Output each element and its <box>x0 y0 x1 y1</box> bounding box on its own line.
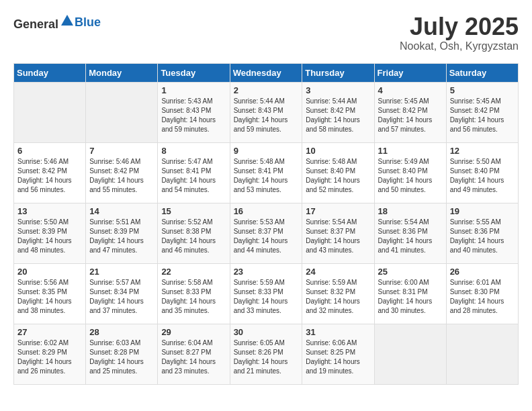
day-cell: 23Sunrise: 5:59 AMSunset: 8:33 PMDayligh… <box>230 263 302 324</box>
day-detail: Sunrise: 5:50 AMSunset: 8:39 PMDaylight:… <box>17 218 82 255</box>
day-detail: Sunrise: 5:55 AMSunset: 8:36 PMDaylight:… <box>450 218 515 255</box>
day-number: 27 <box>17 327 82 337</box>
day-detail: Sunrise: 5:47 AMSunset: 8:41 PMDaylight:… <box>161 157 226 195</box>
day-number: 6 <box>17 146 82 156</box>
day-cell: 27Sunrise: 6:02 AMSunset: 8:29 PMDayligh… <box>14 324 86 384</box>
day-cell: 28Sunrise: 6:03 AMSunset: 8:28 PMDayligh… <box>86 324 158 384</box>
month-title: July 2025 <box>400 13 519 40</box>
day-number: 22 <box>161 267 226 277</box>
week-row-4: 20Sunrise: 5:56 AMSunset: 8:35 PMDayligh… <box>14 263 519 324</box>
day-cell: 19Sunrise: 5:55 AMSunset: 8:36 PMDayligh… <box>446 203 518 263</box>
day-cell <box>86 82 158 142</box>
day-cell <box>446 324 518 384</box>
day-cell: 22Sunrise: 5:58 AMSunset: 8:33 PMDayligh… <box>158 263 230 324</box>
day-number: 18 <box>378 206 443 216</box>
day-cell <box>374 324 446 384</box>
day-detail: Sunrise: 5:46 AMSunset: 8:42 PMDaylight:… <box>89 157 154 195</box>
day-cell: 6Sunrise: 5:46 AMSunset: 8:42 PMDaylight… <box>14 142 86 203</box>
day-detail: Sunrise: 5:56 AMSunset: 8:35 PMDaylight:… <box>17 278 82 316</box>
day-detail: Sunrise: 5:46 AMSunset: 8:42 PMDaylight:… <box>17 157 82 195</box>
week-row-1: 1Sunrise: 5:43 AMSunset: 8:43 PMDaylight… <box>14 82 519 142</box>
day-number: 11 <box>378 146 443 156</box>
calendar-body: 1Sunrise: 5:43 AMSunset: 8:43 PMDaylight… <box>14 82 519 384</box>
day-cell: 30Sunrise: 6:05 AMSunset: 8:26 PMDayligh… <box>230 324 302 384</box>
day-cell: 1Sunrise: 5:43 AMSunset: 8:43 PMDaylight… <box>158 82 230 142</box>
day-detail: Sunrise: 5:54 AMSunset: 8:36 PMDaylight:… <box>378 218 443 255</box>
day-cell: 11Sunrise: 5:49 AMSunset: 8:40 PMDayligh… <box>374 142 446 203</box>
day-cell: 25Sunrise: 6:00 AMSunset: 8:31 PMDayligh… <box>374 263 446 324</box>
calendar-header-row: SundayMondayTuesdayWednesdayThursdayFrid… <box>14 63 519 82</box>
day-number: 16 <box>234 206 299 216</box>
day-detail: Sunrise: 5:43 AMSunset: 8:43 PMDaylight:… <box>161 97 226 134</box>
day-detail: Sunrise: 5:54 AMSunset: 8:37 PMDaylight:… <box>306 218 370 255</box>
day-number: 14 <box>89 206 154 216</box>
day-detail: Sunrise: 5:53 AMSunset: 8:37 PMDaylight:… <box>234 218 299 255</box>
day-detail: Sunrise: 6:03 AMSunset: 8:28 PMDaylight:… <box>89 338 154 376</box>
day-detail: Sunrise: 5:49 AMSunset: 8:40 PMDaylight:… <box>378 157 443 195</box>
day-number: 26 <box>450 267 515 277</box>
day-number: 3 <box>306 85 370 95</box>
day-detail: Sunrise: 5:45 AMSunset: 8:42 PMDaylight:… <box>450 97 515 134</box>
day-number: 20 <box>17 267 82 277</box>
day-number: 21 <box>89 267 154 277</box>
day-detail: Sunrise: 5:44 AMSunset: 8:43 PMDaylight:… <box>234 97 299 134</box>
day-cell: 16Sunrise: 5:53 AMSunset: 8:37 PMDayligh… <box>230 203 302 263</box>
day-detail: Sunrise: 5:52 AMSunset: 8:38 PMDaylight:… <box>161 218 226 255</box>
day-cell: 24Sunrise: 5:59 AMSunset: 8:32 PMDayligh… <box>302 263 374 324</box>
day-cell: 17Sunrise: 5:54 AMSunset: 8:37 PMDayligh… <box>302 203 374 263</box>
day-cell: 12Sunrise: 5:50 AMSunset: 8:40 PMDayligh… <box>446 142 518 203</box>
day-detail: Sunrise: 5:58 AMSunset: 8:33 PMDaylight:… <box>161 278 226 316</box>
logo-blue: Blue <box>75 15 101 29</box>
day-number: 5 <box>450 85 515 95</box>
week-row-5: 27Sunrise: 6:02 AMSunset: 8:29 PMDayligh… <box>14 324 519 384</box>
day-detail: Sunrise: 5:57 AMSunset: 8:34 PMDaylight:… <box>89 278 154 316</box>
week-row-3: 13Sunrise: 5:50 AMSunset: 8:39 PMDayligh… <box>14 203 519 263</box>
page-header: General Blue July 2025 Nookat, Osh, Kyrg… <box>13 13 519 52</box>
day-number: 19 <box>450 206 515 216</box>
day-number: 25 <box>378 267 443 277</box>
day-detail: Sunrise: 5:59 AMSunset: 8:33 PMDaylight:… <box>234 278 299 316</box>
column-header-tuesday: Tuesday <box>158 63 230 82</box>
column-header-friday: Friday <box>374 63 446 82</box>
day-number: 31 <box>306 327 370 337</box>
day-detail: Sunrise: 5:45 AMSunset: 8:42 PMDaylight:… <box>378 97 443 134</box>
day-detail: Sunrise: 6:00 AMSunset: 8:31 PMDaylight:… <box>378 278 443 316</box>
day-cell: 2Sunrise: 5:44 AMSunset: 8:43 PMDaylight… <box>230 82 302 142</box>
day-cell: 4Sunrise: 5:45 AMSunset: 8:42 PMDaylight… <box>374 82 446 142</box>
day-cell: 15Sunrise: 5:52 AMSunset: 8:38 PMDayligh… <box>158 203 230 263</box>
day-number: 15 <box>161 206 226 216</box>
day-cell <box>14 82 86 142</box>
day-detail: Sunrise: 5:59 AMSunset: 8:32 PMDaylight:… <box>306 278 370 316</box>
svg-marker-0 <box>61 15 73 26</box>
day-number: 12 <box>450 146 515 156</box>
column-header-wednesday: Wednesday <box>230 63 302 82</box>
column-header-saturday: Saturday <box>446 63 518 82</box>
day-cell: 21Sunrise: 5:57 AMSunset: 8:34 PMDayligh… <box>86 263 158 324</box>
day-number: 23 <box>234 267 299 277</box>
column-header-monday: Monday <box>86 63 158 82</box>
week-row-2: 6Sunrise: 5:46 AMSunset: 8:42 PMDaylight… <box>14 142 519 203</box>
day-number: 28 <box>89 327 154 337</box>
day-cell: 10Sunrise: 5:48 AMSunset: 8:40 PMDayligh… <box>302 142 374 203</box>
day-cell: 20Sunrise: 5:56 AMSunset: 8:35 PMDayligh… <box>14 263 86 324</box>
day-cell: 14Sunrise: 5:51 AMSunset: 8:39 PMDayligh… <box>86 203 158 263</box>
day-number: 29 <box>161 327 226 337</box>
day-number: 24 <box>306 267 370 277</box>
day-detail: Sunrise: 6:01 AMSunset: 8:30 PMDaylight:… <box>450 278 515 316</box>
column-header-sunday: Sunday <box>14 63 86 82</box>
logo: General Blue <box>13 13 101 32</box>
location-title: Nookat, Osh, Kyrgyzstan <box>400 40 519 52</box>
day-cell: 8Sunrise: 5:47 AMSunset: 8:41 PMDaylight… <box>158 142 230 203</box>
day-cell: 3Sunrise: 5:44 AMSunset: 8:42 PMDaylight… <box>302 82 374 142</box>
day-number: 17 <box>306 206 370 216</box>
day-detail: Sunrise: 6:02 AMSunset: 8:29 PMDaylight:… <box>17 338 82 376</box>
column-header-thursday: Thursday <box>302 63 374 82</box>
calendar-table: SundayMondayTuesdayWednesdayThursdayFrid… <box>13 63 519 385</box>
day-detail: Sunrise: 6:06 AMSunset: 8:25 PMDaylight:… <box>306 338 370 376</box>
day-number: 10 <box>306 146 370 156</box>
day-number: 8 <box>161 146 226 156</box>
day-number: 4 <box>378 85 443 95</box>
day-cell: 13Sunrise: 5:50 AMSunset: 8:39 PMDayligh… <box>14 203 86 263</box>
day-number: 1 <box>161 85 226 95</box>
day-cell: 31Sunrise: 6:06 AMSunset: 8:25 PMDayligh… <box>302 324 374 384</box>
